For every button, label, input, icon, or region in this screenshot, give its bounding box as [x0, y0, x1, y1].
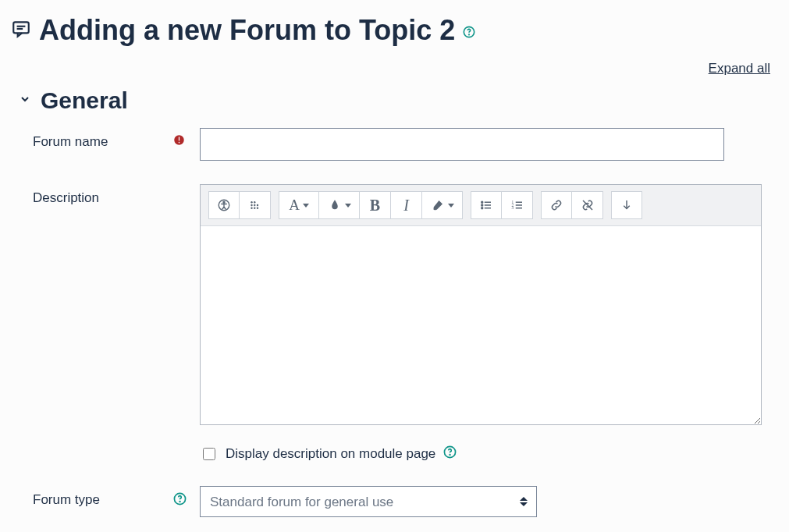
- link-button[interactable]: [541, 191, 572, 219]
- display-description-label: Display description on module page: [226, 446, 435, 462]
- required-icon: [173, 135, 185, 148]
- svg-point-20: [482, 204, 483, 206]
- row-forum-name: Forum name: [33, 128, 778, 161]
- display-description-checkbox[interactable]: [203, 448, 215, 460]
- forum-name-label: Forum name: [33, 128, 173, 150]
- svg-text:3: 3: [511, 205, 514, 210]
- caret-down-icon: [448, 204, 454, 207]
- row-forum-type: Forum type Standard forum for general us…: [33, 486, 778, 517]
- screenreader-icon[interactable]: [240, 191, 271, 219]
- svg-point-33: [450, 455, 450, 456]
- caret-down-icon: [303, 204, 309, 207]
- brush-button[interactable]: [422, 191, 463, 219]
- show-more-button[interactable]: [611, 191, 642, 219]
- row-description: Description A: [33, 184, 778, 463]
- section-general-toggle[interactable]: General: [19, 87, 778, 114]
- accessibility-icon[interactable]: [208, 191, 240, 219]
- font-letter: A: [289, 197, 300, 214]
- page-title: Adding a new Forum to Topic 2: [39, 14, 475, 47]
- expand-all-row: Expand all: [11, 47, 778, 84]
- numbered-list-button[interactable]: 123: [502, 191, 533, 219]
- bulleted-list-button[interactable]: [471, 191, 502, 219]
- help-icon[interactable]: [463, 14, 475, 47]
- italic-button[interactable]: I: [391, 191, 422, 219]
- svg-point-14: [256, 204, 258, 206]
- help-icon[interactable]: [443, 445, 457, 463]
- unlink-button[interactable]: [572, 191, 603, 219]
- svg-point-12: [251, 204, 252, 206]
- bold-letter: B: [370, 197, 380, 215]
- caret-down-icon: [345, 204, 351, 207]
- svg-point-18: [482, 201, 483, 203]
- page-title-text: Adding a new Forum to Topic 2: [39, 14, 455, 47]
- bold-button[interactable]: B: [360, 191, 391, 219]
- svg-point-15: [251, 207, 252, 209]
- svg-point-35: [179, 502, 180, 502]
- expand-all-link[interactable]: Expand all: [709, 61, 770, 76]
- svg-point-17: [256, 207, 258, 209]
- text-color-button[interactable]: [319, 191, 360, 219]
- forum-type-select[interactable]: Standard forum for general use: [200, 486, 537, 517]
- page-title-row: Adding a new Forum to Topic 2: [11, 14, 778, 47]
- svg-point-11: [254, 201, 255, 203]
- description-label: Description: [33, 184, 173, 206]
- description-editor: A B I: [200, 184, 762, 425]
- svg-rect-6: [179, 137, 179, 140]
- display-description-row: Display description on module page: [200, 445, 777, 463]
- forum-icon: [11, 19, 31, 42]
- description-textarea[interactable]: [201, 226, 761, 424]
- italic-letter: I: [403, 197, 409, 215]
- editor-toolbar: A B I: [201, 185, 761, 226]
- svg-point-10: [251, 201, 252, 203]
- font-picker-button[interactable]: A: [279, 191, 319, 219]
- chevron-down-icon: [19, 93, 31, 108]
- svg-point-13: [254, 204, 255, 206]
- svg-point-7: [179, 142, 180, 144]
- svg-rect-0: [13, 22, 29, 33]
- section-general-heading: General: [41, 87, 128, 114]
- svg-point-9: [223, 201, 225, 203]
- svg-point-4: [469, 34, 470, 35]
- forum-name-input[interactable]: [200, 128, 724, 161]
- help-icon[interactable]: [173, 495, 187, 508]
- svg-point-16: [254, 207, 255, 209]
- svg-point-22: [482, 207, 483, 209]
- forum-type-label: Forum type: [33, 486, 173, 508]
